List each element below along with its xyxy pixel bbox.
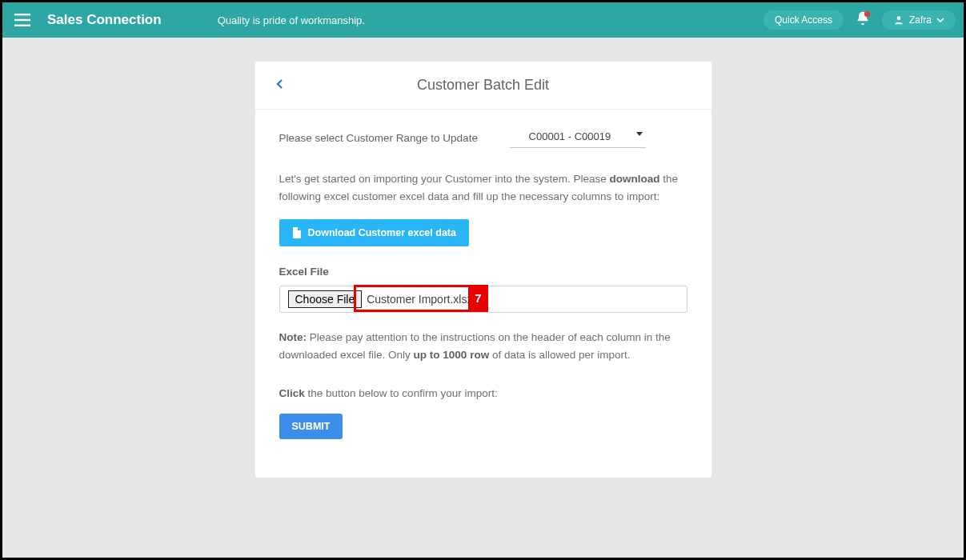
topbar-right: Quick Access Zafra — [764, 10, 956, 30]
card-title: Customer Batch Edit — [417, 77, 549, 94]
user-icon — [893, 14, 904, 26]
note-text: Note: Please pay attention to the instru… — [279, 329, 687, 365]
workspace: Customer Batch Edit Please select Custom… — [2, 38, 964, 558]
user-menu[interactable]: Zafra — [882, 10, 956, 30]
chevron-down-icon — [936, 16, 944, 24]
back-button[interactable] — [275, 78, 286, 93]
range-row: Please select Customer Range to Update C… — [279, 127, 687, 148]
download-button[interactable]: Download Customer excel data — [279, 219, 469, 246]
card-body: Please select Customer Range to Update C… — [255, 110, 711, 463]
top-bar: Sales Connection Quality is pride of wor… — [2, 2, 964, 38]
menu-icon[interactable] — [10, 8, 34, 32]
file-label: Excel File — [279, 266, 687, 278]
brand-label: Sales Connection — [47, 12, 162, 28]
filename-label: Customer Import.xlsx — [367, 293, 472, 306]
file-icon — [292, 227, 302, 238]
svg-rect-2 — [14, 25, 30, 26]
range-label: Please select Customer Range to Update — [279, 132, 478, 144]
tagline-label: Quality is pride of workmanship. — [218, 14, 365, 26]
submit-button[interactable]: SUBMIT — [279, 414, 343, 439]
download-button-label: Download Customer excel data — [308, 227, 456, 238]
choose-file-button[interactable]: Choose File — [288, 290, 363, 308]
svg-rect-1 — [14, 19, 30, 21]
svg-point-3 — [897, 16, 901, 20]
intro-text: Let's get started on importing your Cust… — [279, 170, 687, 206]
quick-access-button[interactable]: Quick Access — [764, 10, 844, 30]
file-input-row: Choose File Customer Import.xlsx 7 — [279, 286, 687, 313]
caret-down-icon — [636, 132, 643, 136]
svg-rect-0 — [14, 14, 30, 15]
range-value: C00001 - C00019 — [529, 130, 611, 142]
click-text: Click the button below to confirm your i… — [279, 385, 687, 402]
range-select[interactable]: C00001 - C00019 — [510, 127, 646, 148]
notifications-icon[interactable] — [855, 10, 871, 30]
card-header: Customer Batch Edit — [255, 62, 711, 110]
batch-edit-card: Customer Batch Edit Please select Custom… — [255, 62, 711, 478]
user-name-label: Zafra — [909, 14, 932, 26]
notification-dot — [864, 11, 870, 17]
